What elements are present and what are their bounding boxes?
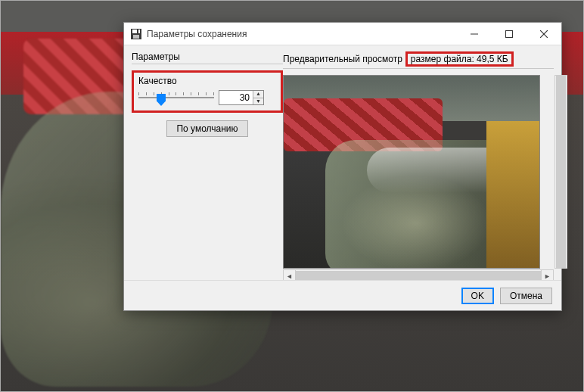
chevron-right-icon: ► — [544, 272, 551, 280]
maximize-button[interactable] — [492, 23, 527, 45]
parameters-heading: Параметры — [132, 51, 283, 62]
preview-label: Предварительный просмотр — [283, 54, 402, 64]
quality-input[interactable] — [219, 91, 253, 104]
minimize-icon — [471, 30, 478, 38]
divider — [132, 64, 283, 64]
default-button[interactable]: По умолчанию — [166, 120, 247, 137]
spinner-down[interactable]: ▼ — [253, 98, 263, 105]
window-title: Параметры сохранения — [147, 29, 457, 39]
slider-thumb[interactable] — [157, 94, 166, 106]
spinner-up[interactable]: ▲ — [253, 91, 263, 98]
close-icon — [540, 30, 548, 38]
ok-button[interactable]: OK — [461, 288, 494, 304]
filesize-highlight-box: размер файла: 49,5 КБ — [405, 51, 514, 67]
cancel-button[interactable]: Отмена — [500, 288, 552, 304]
save-options-dialog: Параметры сохранения Параметры Качество — [123, 22, 562, 311]
titlebar[interactable]: Параметры сохранения — [124, 23, 561, 45]
preview-image — [283, 75, 540, 269]
quality-highlight-box: Качество ▲ ▼ — [132, 70, 283, 113]
close-button[interactable] — [527, 23, 561, 45]
divider — [283, 68, 554, 69]
maximize-icon — [505, 30, 513, 38]
save-icon — [130, 28, 142, 40]
svg-rect-5 — [506, 30, 513, 37]
preview-bottle-label — [486, 121, 539, 269]
minimize-button[interactable] — [457, 23, 492, 45]
dialog-footer: OK Отмена — [124, 280, 561, 310]
chevron-left-icon: ◄ — [286, 272, 293, 280]
svg-rect-2 — [133, 35, 139, 39]
filesize-label: размер файла: 49,5 КБ — [411, 54, 508, 64]
svg-rect-1 — [132, 30, 140, 33]
quality-label: Качество — [138, 76, 276, 86]
quality-spinner[interactable]: ▲ ▼ — [219, 90, 264, 105]
svg-rect-3 — [137, 30, 138, 33]
quality-slider[interactable] — [138, 89, 214, 106]
slider-track — [138, 97, 214, 98]
vertical-scrollbar[interactable] — [554, 75, 567, 269]
vertical-scroll-thumb[interactable] — [556, 76, 566, 268]
